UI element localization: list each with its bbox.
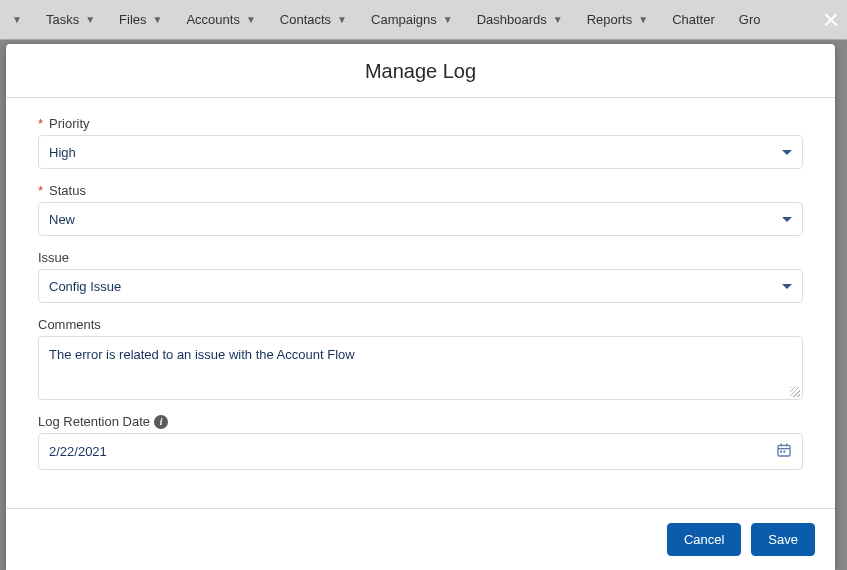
modal-footer: Cancel Save (6, 508, 835, 570)
nav-item-accounts[interactable]: Accounts▼ (186, 12, 255, 27)
svg-rect-5 (783, 451, 785, 453)
required-star-icon: * (38, 116, 43, 131)
retention-value: 2/22/2021 (49, 444, 107, 459)
modal-body: * Priority High * Status New Issue (6, 98, 835, 508)
chevron-down-icon: ▼ (337, 14, 347, 25)
issue-label: Issue (38, 250, 803, 265)
issue-value: Config Issue (49, 279, 121, 294)
chevron-down-icon: ▼ (443, 14, 453, 25)
comments-label: Comments (38, 317, 803, 332)
resize-grip-icon[interactable] (790, 387, 800, 397)
nav-item-files[interactable]: Files▼ (119, 12, 162, 27)
nav-item-contacts[interactable]: Contacts▼ (280, 12, 347, 27)
comments-value: The error is related to an issue with th… (49, 347, 355, 362)
priority-label: * Priority (38, 116, 803, 131)
label-text: Priority (49, 116, 89, 131)
priority-value: High (49, 145, 76, 160)
chevron-down-icon: ▼ (12, 14, 22, 25)
chevron-down-icon (782, 217, 792, 222)
priority-select[interactable]: High (38, 135, 803, 169)
retention-label: Log Retention Date i (38, 414, 803, 429)
nav-label: Campaigns (371, 12, 437, 27)
close-icon[interactable]: × (823, 6, 839, 34)
modal-title: Manage Log (6, 60, 835, 83)
status-select[interactable]: New (38, 202, 803, 236)
nav-item-chatter[interactable]: Chatter (672, 12, 715, 27)
field-issue: Issue Config Issue (38, 250, 803, 303)
field-priority: * Priority High (38, 116, 803, 169)
nav-label: Chatter (672, 12, 715, 27)
status-label: * Status (38, 183, 803, 198)
nav-item-campaigns[interactable]: Campaigns▼ (371, 12, 453, 27)
chevron-down-icon: ▼ (246, 14, 256, 25)
field-retention-date: Log Retention Date i 2/22/2021 (38, 414, 803, 470)
nav-label: Dashboards (477, 12, 547, 27)
nav-item-groups-truncated[interactable]: Gro (739, 12, 761, 27)
calendar-icon[interactable] (776, 442, 792, 461)
nav-label: Files (119, 12, 146, 27)
label-text: Log Retention Date (38, 414, 150, 429)
nav-item-dashboards[interactable]: Dashboards▼ (477, 12, 563, 27)
svg-rect-3 (786, 443, 787, 446)
chevron-down-icon (782, 150, 792, 155)
comments-textarea[interactable]: The error is related to an issue with th… (38, 336, 803, 400)
nav-label: Tasks (46, 12, 79, 27)
svg-rect-2 (781, 443, 782, 446)
modal-header: Manage Log (6, 44, 835, 98)
field-status: * Status New (38, 183, 803, 236)
svg-rect-4 (780, 451, 782, 453)
button-label: Save (768, 532, 798, 547)
status-value: New (49, 212, 75, 227)
nav-label: Gro (739, 12, 761, 27)
nav-label: Reports (587, 12, 633, 27)
nav-label: Contacts (280, 12, 331, 27)
required-star-icon: * (38, 183, 43, 198)
retention-date-input[interactable]: 2/22/2021 (38, 433, 803, 470)
issue-select[interactable]: Config Issue (38, 269, 803, 303)
label-text: Issue (38, 250, 69, 265)
chevron-down-icon (782, 284, 792, 289)
nav-item-tasks[interactable]: Tasks▼ (46, 12, 95, 27)
nav-label: Accounts (186, 12, 239, 27)
button-label: Cancel (684, 532, 724, 547)
background-nav: ▼ Tasks▼ Files▼ Accounts▼ Contacts▼ Camp… (0, 0, 847, 40)
cancel-button[interactable]: Cancel (667, 523, 741, 556)
manage-log-modal: Manage Log * Priority High * Status New (6, 44, 835, 570)
chevron-down-icon: ▼ (85, 14, 95, 25)
nav-item-reports[interactable]: Reports▼ (587, 12, 648, 27)
chevron-down-icon: ▼ (153, 14, 163, 25)
info-icon[interactable]: i (154, 415, 168, 429)
chevron-down-icon: ▼ (553, 14, 563, 25)
chevron-down-icon: ▼ (638, 14, 648, 25)
field-comments: Comments The error is related to an issu… (38, 317, 803, 400)
label-text: Status (49, 183, 86, 198)
save-button[interactable]: Save (751, 523, 815, 556)
label-text: Comments (38, 317, 101, 332)
